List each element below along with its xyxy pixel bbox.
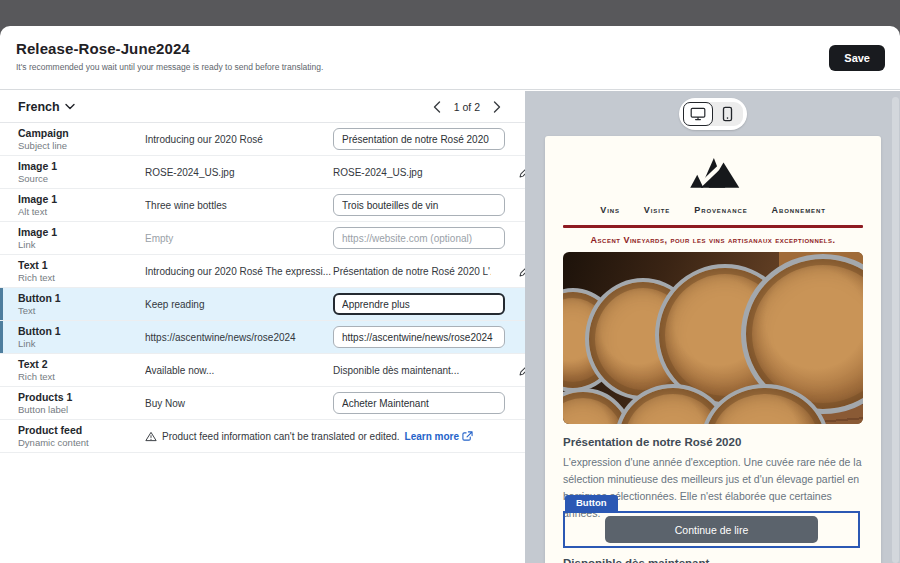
warning-icon: [145, 431, 157, 442]
translation-input[interactable]: [333, 227, 505, 249]
translation-panel: French 1 of 2 Campai: [0, 91, 525, 563]
language-label: French: [18, 100, 60, 114]
row-label: Image 1 Source: [18, 160, 145, 184]
email-nav: VinsVisiteProvenanceAbonnement: [545, 205, 881, 215]
row-label: Products 1 Button label: [18, 391, 145, 415]
row-label: Text 2 Rich text: [18, 358, 145, 382]
email-nav-item[interactable]: Vins: [600, 205, 620, 215]
prev-page-button[interactable]: [431, 99, 443, 115]
preview-panel: VinsVisiteProvenanceAbonnement Ascent Vi…: [525, 91, 900, 563]
row-label: Button 1 Link: [18, 325, 145, 349]
page-subtitle: It's recommended you wait until your mes…: [16, 62, 884, 72]
translation-text: Présentation de notre Rosé 2020 L'...: [333, 266, 491, 277]
email-preview: VinsVisiteProvenanceAbonnement Ascent Vi…: [545, 136, 881, 563]
table-row[interactable]: Product feed Dynamic content Product fee…: [0, 420, 525, 453]
row-label: Image 1 Alt text: [18, 193, 145, 217]
translation-cell: [333, 392, 505, 414]
language-dropdown[interactable]: French: [18, 100, 75, 114]
wine-barrels-image: [563, 252, 863, 424]
page-count: 1 of 2: [454, 101, 480, 113]
translation-cell: [333, 128, 505, 150]
selected-element-tag: Button: [565, 495, 618, 511]
email-nav-item[interactable]: Visite: [644, 205, 670, 215]
translation-cell: Présentation de notre Rosé 2020 L'...: [333, 266, 505, 277]
source-text: Introducing our 2020 Rosé: [145, 134, 333, 145]
translation-input[interactable]: [333, 194, 505, 216]
translation-input[interactable]: [333, 326, 505, 348]
translation-cell: [333, 194, 505, 216]
translation-cell: [333, 293, 505, 315]
row-label: Image 1 Link: [18, 226, 145, 250]
source-text: https://ascentwine/news/rose2024: [145, 332, 333, 343]
browser-chrome-bar: [0, 0, 900, 28]
learn-more-link[interactable]: Learn more: [405, 431, 473, 442]
app-window: Release-Rose-June2024 It's recommended y…: [0, 26, 900, 563]
page-header: Release-Rose-June2024 It's recommended y…: [0, 26, 900, 90]
row-label: Product feed Dynamic content: [18, 424, 145, 448]
row-label: Button 1 Text: [18, 292, 145, 316]
translation-input[interactable]: [333, 293, 505, 315]
preview-scrollbar[interactable]: [892, 97, 899, 563]
row-label: Text 1 Rich text: [18, 259, 145, 283]
translation-cell: Disponible dès maintenant...: [333, 365, 505, 376]
translation-cell: [333, 326, 505, 348]
translation-input[interactable]: [333, 392, 505, 414]
email-cta-button[interactable]: Continue de lire: [605, 516, 818, 543]
table-row[interactable]: Text 1 Rich text Introducing our 2020 Ro…: [0, 255, 525, 288]
table-row[interactable]: Image 1 Link Empty: [0, 222, 525, 255]
table-row[interactable]: Button 1 Text Keep reading: [0, 288, 525, 321]
table-row[interactable]: Image 1 Alt text Three wine bottles: [0, 189, 525, 222]
pagination: 1 of 2: [431, 99, 503, 115]
panel-head: French 1 of 2: [0, 91, 525, 123]
translation-input[interactable]: [333, 128, 505, 150]
translation-table: Campaign Subject line Introducing our 20…: [0, 123, 525, 453]
email-nav-item[interactable]: Abonnement: [772, 205, 826, 215]
email-tagline: Ascent Vineyards, pour les vins artisana…: [545, 235, 881, 245]
source-text: Introducing our 2020 Rosé The expressi..…: [145, 266, 333, 277]
mobile-view-button[interactable]: [713, 102, 743, 126]
translation-text: ROSE-2024_US.jpg: [333, 167, 491, 178]
product-feed-notice: Product feed information can't be transl…: [145, 431, 525, 442]
source-text: Empty: [145, 233, 333, 244]
source-text: Available now...: [145, 365, 333, 376]
mountain-logo-icon: [685, 150, 741, 194]
source-text: Buy Now: [145, 398, 333, 409]
table-row[interactable]: Button 1 Link https://ascentwine/news/ro…: [0, 321, 525, 354]
selected-element-outline: Button Continue de lire: [563, 511, 860, 548]
table-row[interactable]: Text 2 Rich text Available now... Dispon…: [0, 354, 525, 387]
row-label: Campaign Subject line: [18, 127, 145, 151]
table-row[interactable]: Campaign Subject line Introducing our 20…: [0, 123, 525, 156]
source-text: Three wine bottles: [145, 200, 333, 211]
email-next-heading: Disponible dès maintenant: [563, 557, 709, 563]
device-toggle: [679, 98, 747, 130]
translation-cell: ROSE-2024_US.jpg: [333, 167, 505, 178]
chevron-down-icon: [65, 103, 75, 110]
brand-divider: [563, 225, 863, 228]
source-text: ROSE-2024_US.jpg: [145, 167, 333, 178]
source-text: Keep reading: [145, 299, 333, 310]
next-page-button[interactable]: [491, 99, 503, 115]
save-button[interactable]: Save: [829, 45, 885, 71]
page-title: Release-Rose-June2024: [16, 40, 884, 57]
email-nav-item[interactable]: Provenance: [694, 205, 747, 215]
desktop-view-button[interactable]: [683, 102, 713, 126]
translation-text: Disponible dès maintenant...: [333, 365, 491, 376]
table-row[interactable]: Products 1 Button label Buy Now: [0, 387, 525, 420]
table-row[interactable]: Image 1 Source ROSE-2024_US.jpg ROSE-202…: [0, 156, 525, 189]
translation-cell: [333, 227, 505, 249]
email-heading: Présentation de notre Rosé 2020: [563, 436, 863, 448]
